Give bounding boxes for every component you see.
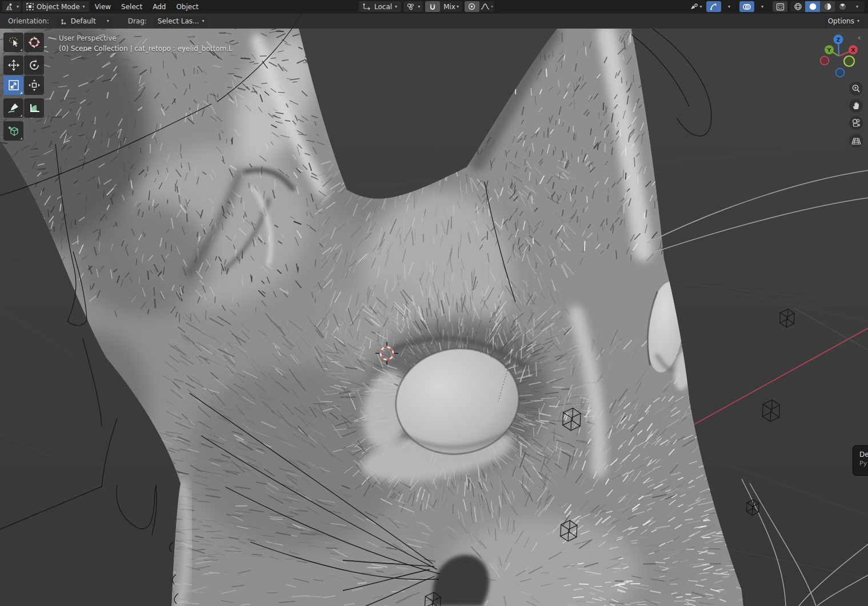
show-gizmo-dropdown[interactable]: ▾: [689, 1, 703, 12]
select-box-icon: [7, 35, 21, 49]
tool-annotate-button[interactable]: [3, 98, 23, 118]
orientation-icon: [363, 3, 371, 10]
3d-cursor-icon: [27, 35, 41, 49]
object-mode-icon: [26, 3, 34, 10]
hand-icon: [851, 101, 861, 110]
pivot-point-selector[interactable]: ▾: [403, 1, 423, 12]
gizmo-axis-negx-ball[interactable]: [821, 57, 829, 65]
pivot-point-icon: [406, 3, 415, 10]
overlays-toggle[interactable]: [739, 1, 754, 12]
gizmos-dropdown[interactable]: ▾: [722, 1, 737, 12]
xray-icon: [776, 3, 785, 11]
shading-wireframe-button[interactable]: [790, 1, 805, 12]
tool-cursor-button[interactable]: [24, 33, 44, 52]
menu-add[interactable]: Add: [148, 0, 170, 13]
shading-rendered-button[interactable]: [835, 1, 850, 12]
gizmos-toggle[interactable]: [706, 1, 721, 12]
active-object-breadcrumb: (0) Scene Collection | cat_retopo : eyel…: [59, 43, 233, 54]
tool-transform-button[interactable]: [24, 75, 44, 95]
tool-add-cube-button[interactable]: [3, 121, 23, 141]
view-perspective-label: User Perspective: [59, 33, 233, 43]
menu-view[interactable]: View: [90, 0, 115, 13]
viewport-header: ▾ Object Mode ▾ View Select Add Object: [0, 0, 868, 13]
chevron-down-icon: ▾: [83, 5, 85, 9]
orientation-label: Orientation:: [5, 17, 53, 25]
mode-label: Object Mode: [37, 3, 80, 11]
tooltip-line1: De: [859, 450, 868, 459]
tooltip-line2: Py: [859, 459, 868, 468]
tool-scale-button[interactable]: [3, 75, 23, 95]
shading-solid-button[interactable]: [805, 1, 820, 12]
gizmo-x-label: X: [851, 47, 855, 53]
shading-material-button[interactable]: [820, 1, 835, 12]
axis-gizmo-icon: [60, 18, 68, 25]
gizmo-y-label: Y: [827, 47, 831, 53]
navigation-gizmo[interactable]: Z Y X: [817, 31, 863, 85]
proportional-editing-icon: [468, 3, 475, 10]
wireframe-shading-icon: [794, 2, 802, 11]
transform-orientation-selector[interactable]: Local ▾: [359, 1, 401, 12]
overlays-icon: [742, 3, 751, 11]
shading-dropdown[interactable]: ▾: [850, 1, 865, 12]
scale-icon: [7, 78, 21, 92]
default-orientation-selector[interactable]: Default ▾: [56, 16, 113, 27]
editor-type-selector[interactable]: ▾: [2, 1, 21, 12]
gizmo-axis-negy-ball[interactable]: [844, 56, 854, 66]
options-label: Options: [828, 17, 854, 25]
toggle-orthographic-button[interactable]: [849, 134, 863, 147]
chevron-down-icon: ▾: [17, 5, 19, 9]
viewport-canvas[interactable]: [0, 0, 868, 606]
add-cube-icon: [7, 124, 21, 138]
gizmo-z-label: Z: [837, 37, 841, 43]
transform-icon: [27, 78, 41, 92]
toolbar: [3, 33, 44, 141]
snap-value: Mix: [443, 3, 455, 11]
drag-value: Select Las...: [158, 17, 199, 25]
zoom-icon: [851, 84, 861, 93]
snap-toggle[interactable]: [425, 1, 440, 12]
editor-type-icon: [5, 3, 14, 11]
tool-move-button[interactable]: [3, 55, 23, 75]
gizmo-icon: [710, 3, 718, 11]
mode-selector[interactable]: Object Mode ▾: [22, 1, 89, 12]
overlays-dropdown[interactable]: ▾: [755, 1, 770, 12]
viewport-info-overlay: User Perspective (0) Scene Collection | …: [59, 33, 233, 54]
camera-icon: [851, 118, 861, 127]
tool-select-box-button[interactable]: [3, 33, 23, 52]
snap-settings-dropdown[interactable]: Mix ▾: [440, 1, 462, 12]
menu-object[interactable]: Object: [171, 0, 203, 13]
move-icon: [7, 58, 21, 72]
perspective-grid-icon: [851, 137, 861, 145]
orientation-value: Local: [374, 3, 392, 11]
camera-view-button[interactable]: [849, 116, 863, 130]
measure-icon: [27, 101, 41, 115]
tool-rotate-button[interactable]: [24, 55, 44, 75]
xray-toggle[interactable]: [773, 1, 787, 12]
blender-window: ▾ Object Mode ▾ View Select Add Object: [0, 0, 868, 606]
material-shading-icon: [823, 2, 832, 11]
drag-label: Drag:: [125, 17, 150, 25]
show-gizmo-icon: [690, 3, 698, 11]
magnet-icon: [429, 3, 437, 11]
annotate-icon: [7, 101, 21, 115]
tooltip-popup: De Py: [853, 445, 868, 476]
tool-settings-bar: Orientation: Default ▾ Drag: Select Las.…: [0, 13, 868, 29]
drag-mode-selector[interactable]: Select Las... ▾: [154, 16, 209, 27]
gizmo-axis-negz-ball[interactable]: [836, 69, 845, 77]
sidebar-toggle-arrow[interactable]: ‹: [858, 33, 861, 42]
pan-button[interactable]: [849, 99, 863, 113]
rotate-icon: [27, 58, 41, 72]
rendered-shading-icon: [838, 2, 847, 11]
solid-shading-icon: [809, 2, 817, 11]
default-orientation-value: Default: [71, 17, 96, 25]
proportional-falloff-dropdown[interactable]: ▾: [479, 1, 494, 12]
falloff-curve-icon: [481, 3, 490, 10]
menu-select[interactable]: Select: [117, 0, 147, 13]
zoom-button[interactable]: [849, 82, 863, 95]
options-button[interactable]: Options ▾: [824, 16, 863, 27]
tool-measure-button[interactable]: [24, 98, 44, 118]
proportional-editing-toggle[interactable]: [465, 1, 479, 12]
shading-mode-switch: ▾: [790, 1, 865, 12]
